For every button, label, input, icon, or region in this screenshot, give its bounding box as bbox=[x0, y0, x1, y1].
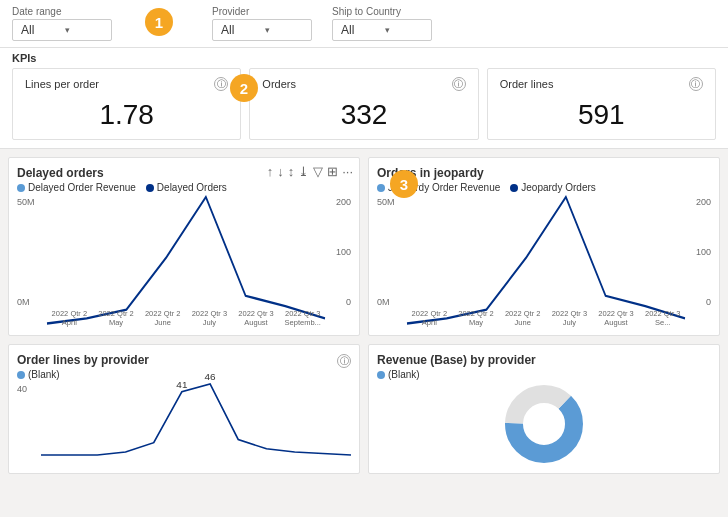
x-label: 2022 Qtr 2May bbox=[454, 309, 499, 327]
jeopardy-orders-line-chart bbox=[407, 197, 685, 327]
kpi-card-lines-per-order: Lines per order ⓘ 1.78 bbox=[12, 68, 241, 140]
x-label: 2022 Qtr 2May bbox=[94, 309, 139, 327]
delayed-orders-legend: Delayed Order Revenue Delayed Orders bbox=[17, 182, 351, 193]
legend-item-jeopardy-orders: Jeopardy Orders bbox=[510, 182, 595, 193]
filter-icon[interactable]: ▽ bbox=[313, 164, 323, 179]
order-lines-provider-info-icon[interactable]: ⓘ bbox=[337, 354, 351, 368]
legend-label-delayed-orders: Delayed Orders bbox=[157, 182, 227, 193]
x-label: 2022 Qtr 3July bbox=[547, 309, 592, 327]
x-label: 2022 Qtr 2April bbox=[47, 309, 92, 327]
revenue-provider-panel: Revenue (Base) by provider (Blank) bbox=[368, 344, 720, 474]
x-label: 2022 Qtr 3July bbox=[187, 309, 232, 327]
jeopardy-x-labels: 2022 Qtr 2April2022 Qtr 2May2022 Qtr 2Ju… bbox=[407, 309, 685, 327]
y-right-bottom: 0 bbox=[327, 297, 351, 307]
y-right-top: 200 bbox=[327, 197, 351, 207]
revenue-donut-chart bbox=[504, 384, 584, 464]
kpi-info-icon-orders[interactable]: ⓘ bbox=[452, 77, 466, 91]
y-right-jeopardy-mid: 100 bbox=[687, 247, 711, 257]
bottom-charts-row: Order lines by provider ⓘ (Blank) 40 414… bbox=[0, 344, 728, 482]
kpi-info-icon-lines-per-order[interactable]: ⓘ bbox=[214, 77, 228, 91]
legend-dot-jeopardy-revenue bbox=[377, 184, 385, 192]
kpi-title-order-lines: Order lines bbox=[500, 78, 554, 90]
delayed-x-labels: 2022 Qtr 2April2022 Qtr 2May2022 Qtr 2Ju… bbox=[47, 309, 325, 327]
y-right-jeopardy-top: 200 bbox=[687, 197, 711, 207]
y-right-jeopardy-bottom: 0 bbox=[687, 297, 711, 307]
date-range-value: All bbox=[21, 23, 59, 37]
x-label: 2022 Qtr 2June bbox=[140, 309, 185, 327]
kpi-cards-container: Lines per order ⓘ 1.78 Orders ⓘ 332 Orde… bbox=[12, 68, 716, 140]
kpi-card-orders: Orders ⓘ 332 bbox=[249, 68, 478, 140]
badge-number-2: 2 bbox=[230, 74, 258, 102]
y-right-mid: 100 bbox=[327, 247, 351, 257]
more-icon[interactable]: ··· bbox=[342, 164, 353, 179]
kpi-title-lines-per-order: Lines per order bbox=[25, 78, 99, 90]
delayed-orders-chart-area: 50M 0M 200 100 0 2022 Qtr 2April2022 Qtr… bbox=[17, 197, 351, 327]
order-lines-provider-panel: Order lines by provider ⓘ (Blank) 40 414… bbox=[8, 344, 360, 474]
ship-to-country-label: Ship to Country bbox=[332, 6, 432, 17]
expand-icon[interactable]: ⤓ bbox=[298, 164, 309, 179]
legend-label-delayed-revenue: Delayed Order Revenue bbox=[28, 182, 136, 193]
badge-number-3: 3 bbox=[390, 170, 418, 198]
jeopardy-orders-title: Orders in jeopardy bbox=[377, 166, 711, 180]
date-range-arrow-icon: ▾ bbox=[65, 25, 103, 35]
kpis-label: KPIs bbox=[12, 52, 716, 64]
y-axis-right-jeopardy: 200 100 0 bbox=[687, 197, 711, 307]
filters-bar: Date range All ▾ Provider All ▾ Ship to … bbox=[0, 0, 728, 48]
ship-to-country-select[interactable]: All ▾ bbox=[332, 19, 432, 41]
provider-filter: Provider All ▾ bbox=[212, 6, 312, 41]
revenue-provider-title: Revenue (Base) by provider bbox=[377, 353, 711, 367]
y-axis-left-jeopardy: 50M 0M bbox=[377, 197, 405, 307]
kpi-value-lines-per-order: 1.78 bbox=[25, 99, 228, 131]
legend-dot-blank-revenue bbox=[377, 371, 385, 379]
main-charts-row: Delayed orders ↑ ↓ ↕ ⤓ ▽ ⊞ ··· Delayed O… bbox=[0, 149, 728, 344]
y-left-jeopardy-bottom: 0M bbox=[377, 297, 405, 307]
x-label: 2022 Qtr 3Septemb... bbox=[280, 309, 325, 327]
provider-value: All bbox=[221, 23, 259, 37]
ship-to-country-arrow-icon: ▾ bbox=[385, 25, 423, 35]
legend-dot-delayed-revenue bbox=[17, 184, 25, 192]
y-left-bottom: 0M bbox=[17, 297, 45, 307]
jeopardy-orders-chart-area: 50M 0M 200 100 0 2022 Qtr 2April2022 Qtr… bbox=[377, 197, 711, 327]
kpi-card-order-lines: Order lines ⓘ 591 bbox=[487, 68, 716, 140]
legend-item-delayed-revenue: Delayed Order Revenue bbox=[17, 182, 136, 193]
delayed-orders-line-chart bbox=[47, 197, 325, 327]
y-axis-left-delayed: 50M 0M bbox=[17, 197, 45, 307]
kpi-value-order-lines: 591 bbox=[500, 99, 703, 131]
sort-both-icon[interactable]: ↕ bbox=[288, 164, 295, 179]
y-top-ol: 40 bbox=[17, 384, 39, 394]
provider-arrow-icon: ▾ bbox=[265, 25, 303, 35]
delayed-orders-panel: Delayed orders ↑ ↓ ↕ ⤓ ▽ ⊞ ··· Delayed O… bbox=[8, 157, 360, 336]
legend-item-blank-revenue: (Blank) bbox=[377, 369, 420, 380]
sort-desc-icon[interactable]: ↓ bbox=[277, 164, 284, 179]
grid-icon[interactable]: ⊞ bbox=[327, 164, 338, 179]
legend-label-jeopardy-orders: Jeopardy Orders bbox=[521, 182, 595, 193]
ol-line-chart: 4146 bbox=[41, 384, 351, 455]
ship-to-country-filter: Ship to Country All ▾ bbox=[332, 6, 432, 41]
y-left-top: 50M bbox=[17, 197, 45, 207]
order-lines-chart-area: 40 4146 bbox=[17, 384, 351, 469]
revenue-provider-legend: (Blank) bbox=[377, 369, 711, 380]
svg-text:41: 41 bbox=[176, 379, 187, 389]
badge-number-1: 1 bbox=[145, 8, 173, 36]
x-label: 2022 Qtr 3August bbox=[234, 309, 279, 327]
legend-dot-jeopardy-orders bbox=[510, 184, 518, 192]
svg-text:46: 46 bbox=[205, 371, 216, 381]
order-lines-provider-title: Order lines by provider bbox=[17, 353, 149, 367]
revenue-donut-area bbox=[377, 384, 711, 464]
x-label: 2022 Qtr 2April bbox=[407, 309, 452, 327]
ship-to-country-value: All bbox=[341, 23, 379, 37]
kpi-info-icon-order-lines[interactable]: ⓘ bbox=[689, 77, 703, 91]
sort-asc-icon[interactable]: ↑ bbox=[267, 164, 274, 179]
kpi-value-orders: 332 bbox=[262, 99, 465, 131]
date-range-filter: Date range All ▾ bbox=[12, 6, 112, 41]
jeopardy-orders-panel: Orders in jeopardy Jeopardy Order Revenu… bbox=[368, 157, 720, 336]
legend-dot-delayed-orders bbox=[146, 184, 154, 192]
legend-label-blank-revenue: (Blank) bbox=[388, 369, 420, 380]
date-range-select[interactable]: All ▾ bbox=[12, 19, 112, 41]
x-label: 2022 Qtr 3Se... bbox=[640, 309, 685, 327]
legend-label-blank-provider: (Blank) bbox=[28, 369, 60, 380]
provider-label: Provider bbox=[212, 6, 312, 17]
kpi-title-orders: Orders bbox=[262, 78, 296, 90]
provider-select[interactable]: All ▾ bbox=[212, 19, 312, 41]
chart-toolbar: ↑ ↓ ↕ ⤓ ▽ ⊞ ··· bbox=[267, 164, 353, 179]
